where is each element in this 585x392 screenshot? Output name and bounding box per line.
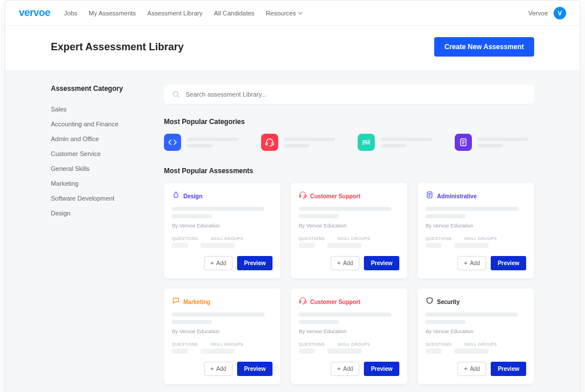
card-author: By Vervoe Education (426, 223, 526, 229)
skill-groups-label: SKILL GROUPS (338, 237, 370, 241)
preview-button[interactable]: Preview (364, 362, 399, 376)
search-icon (172, 90, 180, 98)
plus-icon: + (210, 366, 214, 372)
preview-button[interactable]: Preview (237, 362, 273, 376)
doc-icon (426, 191, 434, 201)
questions-label: QUESTIONS (299, 342, 325, 346)
popular-category-item[interactable] (164, 134, 244, 151)
headset-icon (299, 191, 307, 201)
card-meta-skeleton (426, 349, 526, 354)
popular-category-item[interactable] (358, 134, 438, 151)
card-author: By Vervoe Education (172, 329, 273, 334)
user-area[interactable]: Vervoe V (528, 7, 566, 19)
preview-button[interactable]: Preview (364, 256, 399, 270)
assessment-card[interactable]: SecurityBy Vervoe EducationQUESTIONSSKIL… (418, 289, 534, 384)
card-meta-skeleton (299, 243, 399, 248)
questions-label: QUESTIONS (426, 342, 452, 346)
card-title-skeleton (172, 207, 265, 211)
card-author: By Vervoe Education (299, 329, 399, 334)
card-meta-skeleton (172, 243, 273, 248)
sidebar-item-marketing[interactable]: Marketing (51, 176, 148, 191)
plus-icon: + (464, 260, 467, 266)
category-skeleton (380, 138, 438, 147)
sidebar-item-software-development[interactable]: Software Development (51, 191, 148, 206)
plus-icon: + (337, 260, 340, 266)
category-skeleton (478, 138, 535, 147)
questions-label: QUESTIONS (426, 237, 452, 241)
card-title-skeleton (299, 313, 391, 317)
nav-my-assessments[interactable]: My Assessments (89, 10, 136, 17)
nav-jobs[interactable]: Jobs (64, 10, 77, 17)
card-subtitle-skeleton (172, 214, 212, 218)
sidebar-item-design[interactable]: Design (51, 206, 148, 221)
sidebar-title: Assessment Category (51, 85, 148, 93)
preview-button[interactable]: Preview (491, 362, 526, 376)
card-tag: Administrative (437, 193, 476, 199)
sidebar: Assessment Category Sales Accounting and… (51, 85, 148, 384)
add-label: Add (216, 366, 226, 372)
add-button[interactable]: +Add (204, 256, 233, 270)
sidebar-item-general-skills[interactable]: General Skills (51, 161, 148, 176)
add-button[interactable]: +Add (204, 362, 233, 376)
avatar: V (554, 7, 566, 19)
card-subtitle-skeleton (299, 320, 339, 324)
card-author: By Vervoe Education (299, 223, 399, 229)
svg-rect-2 (272, 143, 274, 145)
svg-rect-7 (299, 195, 300, 198)
card-title-skeleton (172, 313, 265, 317)
shield-icon (426, 297, 434, 307)
svg-point-0 (173, 91, 178, 96)
nav-links: Jobs My Assessments Assessment Library A… (64, 10, 303, 17)
add-button[interactable]: +Add (331, 256, 359, 270)
preview-button[interactable]: Preview (237, 256, 273, 270)
category-skeleton (187, 138, 244, 147)
chevron-down-icon (298, 11, 303, 15)
svg-rect-13 (299, 301, 300, 303)
card-title-skeleton (299, 207, 391, 211)
card-tag: Customer Support (310, 193, 360, 199)
add-label: Add (343, 260, 353, 266)
search-bar[interactable] (164, 85, 534, 104)
sidebar-item-customer-service[interactable]: Customer Service (51, 146, 148, 161)
card-tag: Design (183, 193, 202, 199)
doc-icon (455, 134, 472, 151)
card-title-skeleton (426, 313, 518, 317)
questions-label: QUESTIONS (299, 237, 325, 241)
headset-icon (299, 297, 307, 307)
sidebar-item-sales[interactable]: Sales (51, 102, 148, 117)
nav-assessment-library[interactable]: Assessment Library (147, 10, 203, 17)
assessment-card[interactable]: AdministrativeBy Vervoe EducationQUESTIO… (418, 183, 534, 278)
create-new-assessment-button[interactable]: Create New Assessment (434, 37, 534, 57)
popular-category-item[interactable] (455, 134, 535, 151)
user-name: Vervoe (528, 10, 548, 17)
page-title: Expert Assessment Library (51, 41, 183, 53)
nav-resources[interactable]: Resources (266, 10, 303, 17)
nav-all-candidates[interactable]: All Candidates (214, 10, 254, 17)
questions-label: QUESTIONS (172, 237, 198, 241)
assessment-card[interactable]: Customer SupportBy Vervoe EducationQUEST… (291, 183, 407, 278)
add-button[interactable]: +Add (458, 362, 486, 376)
add-button[interactable]: +Add (458, 256, 486, 270)
card-meta-skeleton (299, 349, 399, 354)
svg-rect-14 (305, 301, 306, 303)
assessment-card[interactable]: Customer SupportBy Vervoe EducationQUEST… (291, 289, 407, 384)
assessment-card[interactable]: MarketingBy Vervoe EducationQUESTIONSSKI… (164, 289, 281, 384)
card-title-skeleton (426, 207, 518, 211)
popular-category-item[interactable] (261, 134, 341, 151)
sidebar-item-accounting-finance[interactable]: Accounting and Finance (51, 117, 148, 131)
svg-rect-8 (305, 195, 306, 198)
add-button[interactable]: +Add (331, 362, 359, 376)
sidebar-item-admin-office[interactable]: Admin and Office (51, 131, 148, 146)
main-content: Most Popular Categories Most Popular Ass… (164, 85, 534, 384)
top-nav: vervoe Jobs My Assessments Assessment Li… (5, 1, 580, 26)
drop-icon (172, 191, 180, 201)
card-subtitle-skeleton (426, 320, 466, 324)
add-label: Add (470, 366, 480, 372)
code-icon (164, 134, 181, 151)
brand-logo[interactable]: vervoe (19, 7, 50, 19)
preview-button[interactable]: Preview (491, 256, 526, 270)
card-author: By Vervoe Education (426, 329, 526, 334)
assessment-card[interactable]: DesignBy Vervoe EducationQUESTIONSSKILL … (164, 183, 281, 278)
card-tag: Marketing (183, 299, 210, 305)
search-input[interactable] (186, 91, 526, 98)
